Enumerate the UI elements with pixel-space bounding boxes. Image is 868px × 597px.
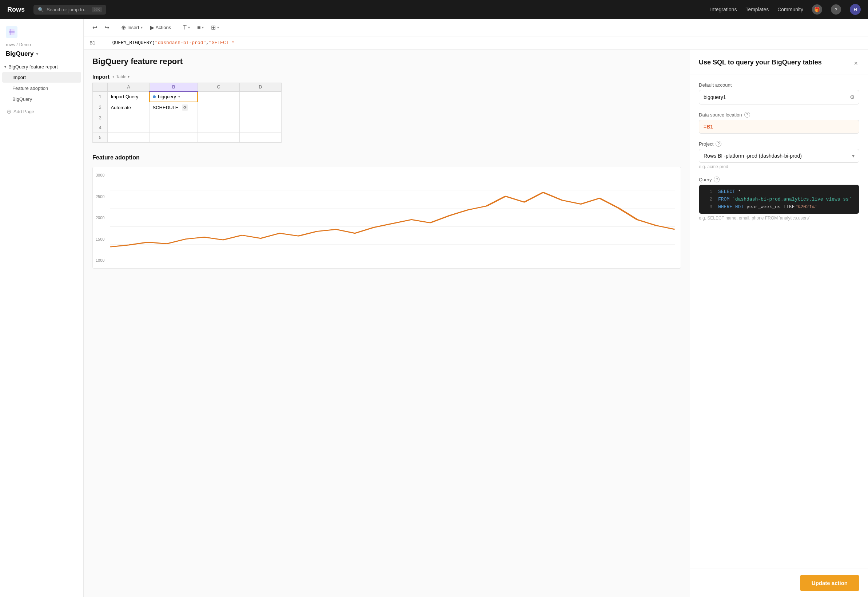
format-button[interactable]: ⊞ ▾ (208, 22, 222, 33)
project-select[interactable]: Rows BI -platform -prod (dashdash-bi-pro… (699, 149, 859, 163)
formula-comma: , (206, 40, 209, 46)
nav-integrations[interactable]: Integrations (710, 7, 737, 12)
spreadsheet-title[interactable]: BigQuery ▾ (0, 49, 83, 62)
text-icon: T (183, 24, 187, 31)
gear-icon[interactable]: ⚙ (850, 94, 855, 101)
breadcrumb: rows / Demo (0, 42, 83, 49)
table-row: 1 Import Query bigquery ▾ (93, 91, 281, 102)
spreadsheet-area: BigQuery feature report Import ● Table ▾ (84, 49, 690, 597)
insert-button[interactable]: ⊕ Insert ▾ (118, 22, 145, 33)
chevron-down-icon: ▾ (128, 75, 129, 79)
undo-button[interactable]: ↩ (89, 22, 100, 33)
sheet-title: BigQuery feature report (92, 57, 681, 66)
table-row: 4 (93, 123, 281, 133)
row-num-4: 4 (93, 123, 108, 133)
sidebar-page-header[interactable]: ▾ BigQuery feature report (0, 62, 83, 72)
cell-d3[interactable] (239, 113, 281, 123)
cell-b4[interactable] (150, 123, 197, 133)
add-page-button[interactable]: ⊕ Add Page (2, 105, 81, 117)
row-num-5: 5 (93, 133, 108, 143)
help-icon[interactable]: ? (715, 141, 721, 147)
cell-a5[interactable] (108, 133, 150, 143)
align-button[interactable]: ≡ ▾ (194, 22, 207, 33)
gift-icon[interactable]: 🎁 (812, 4, 822, 15)
cell-d4[interactable] (239, 123, 281, 133)
cell-c2[interactable] (197, 102, 239, 113)
cell-a3[interactable] (108, 113, 150, 123)
col-header-a[interactable]: A (108, 83, 150, 92)
cell-b5[interactable] (150, 133, 197, 143)
cell-c1[interactable] (197, 91, 239, 102)
cell-d1[interactable] (239, 91, 281, 102)
sync-icon[interactable]: ⟳ (182, 104, 188, 111)
text-format-button[interactable]: T ▾ (180, 22, 193, 33)
search-shortcut: ⌘K (92, 7, 102, 12)
help-icon[interactable]: ? (714, 177, 720, 183)
chart-canvas (110, 173, 675, 263)
formula-function: =QUERY_BIGQUERY( (110, 40, 155, 46)
cell-a1[interactable]: Import Query (108, 91, 150, 102)
col-header-c[interactable]: C (197, 83, 239, 92)
account-label: Default account (699, 82, 859, 88)
query-editor[interactable]: 1 SELECT * 2 FROM `dashdash-bi-prod.anal… (699, 184, 859, 214)
format-icon: ⊞ (211, 24, 216, 31)
datasource-label: Data source location ? (699, 112, 859, 117)
query-hint: e.g. SELECT name, email, phone FROM 'ana… (699, 215, 859, 221)
account-input[interactable]: bigquery1 ⚙ (699, 90, 859, 104)
align-icon: ≡ (197, 24, 200, 31)
app-logo: Rows (7, 6, 25, 13)
chevron-down-icon: ▾ (202, 25, 204, 30)
datasource-input[interactable]: =B1 (699, 120, 859, 134)
redo-button[interactable]: ↪ (102, 22, 112, 33)
cell-c3[interactable] (197, 113, 239, 123)
panel-close-button[interactable]: × (852, 58, 859, 69)
chevron-down-icon: ▾ (188, 25, 190, 30)
table-section-header: Import ● Table ▾ (92, 74, 681, 80)
sidebar-item-bigquery[interactable]: BigQuery (2, 94, 81, 104)
sidebar-item-feature-adoption[interactable]: Feature adoption (2, 83, 81, 94)
cell-c5[interactable] (197, 133, 239, 143)
cell-a4[interactable] (108, 123, 150, 133)
avatar[interactable]: H (850, 4, 861, 15)
cell-d2[interactable] (239, 102, 281, 113)
sidebar-logo-area (0, 23, 83, 42)
cell-d5[interactable] (239, 133, 281, 143)
table-badge: ● Table ▾ (113, 74, 130, 79)
nav-community[interactable]: Community (778, 7, 803, 12)
cell-b2[interactable]: SCHEDULE ⟳ (150, 102, 197, 113)
account-field-group: Default account bigquery1 ⚙ (699, 82, 859, 104)
cell-b3[interactable] (150, 113, 197, 123)
formula-content[interactable]: =QUERY_BIGQUERY("dashdash-bi-prod","SELE… (110, 40, 234, 46)
project-hint: e.g. acme-prod (699, 164, 859, 169)
query-label: Query ? (699, 177, 859, 183)
chart-section: Feature adoption 3000 2500 2000 1500 100… (92, 154, 681, 269)
sidebar-item-import[interactable]: Import (2, 72, 81, 83)
cell-c4[interactable] (197, 123, 239, 133)
search-bar[interactable]: 🔍 Search or jump to... ⌘K (34, 5, 106, 15)
table-section-title: Import (92, 74, 110, 80)
cell-b1[interactable]: bigquery ▾ (150, 91, 197, 102)
actions-button[interactable]: ▶ Actions (147, 22, 174, 33)
help-icon[interactable]: ? (831, 4, 841, 15)
table-row: 2 Automate SCHEDULE ⟳ (93, 102, 281, 113)
help-icon[interactable]: ? (744, 112, 750, 117)
col-header-b[interactable]: B (150, 83, 197, 92)
query-line-1: 1 SELECT * (699, 188, 859, 196)
chevron-down-icon[interactable]: ▾ (178, 95, 180, 99)
cell-a2[interactable]: Automate (108, 102, 150, 113)
project-label: Project ? (699, 141, 859, 147)
update-action-button[interactable]: Update action (800, 575, 859, 591)
col-header-d[interactable]: D (239, 83, 281, 92)
query-field-group: Query ? 1 SELECT * 2 F (699, 177, 859, 221)
nav-templates[interactable]: Templates (745, 7, 769, 12)
panel-header: Use SQL to query your BigQuery tables × (690, 49, 868, 75)
project-field-group: Project ? Rows BI -platform -prod (dashd… (699, 141, 859, 169)
query-line-2: 2 FROM `dashdash-bi-prod.analytics.live_… (699, 196, 859, 203)
chart-container: 3000 2500 2000 1500 1000 (92, 167, 681, 269)
formula-string-1: "dashdash-bi-prod" (155, 40, 206, 46)
table-row: 3 (93, 113, 281, 123)
spreadsheet-table: A B C D 1 Import Query (92, 83, 281, 143)
svg-rect-1 (9, 31, 15, 32)
query-line-3: 3 WHERE NOT year_week_us LIKE '%2021%' (699, 203, 859, 211)
content-area: ↩ ↪ ⊕ Insert ▾ ▶ Actions T ▾ ≡ ▾ ⊞ (84, 19, 868, 597)
